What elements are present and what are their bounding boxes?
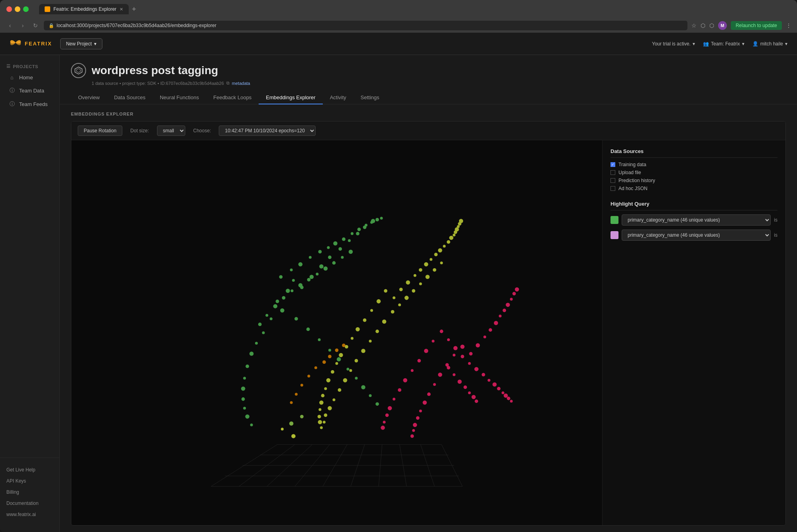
query-dropdown-2[interactable]: primary_category_name (46 unique values) (622, 230, 771, 241)
tab-neural-functions[interactable]: Neural Functions (153, 91, 206, 104)
maximize-button[interactable] (23, 6, 29, 12)
app-body: ☰ PROJECTS ⌂ Home ⓘ Team Data ⓘ Team Fee… (0, 55, 797, 532)
adhoc-json-checkbox[interactable] (611, 186, 615, 191)
svg-point-96 (434, 253, 438, 256)
query-color-swatch-1[interactable] (611, 216, 618, 224)
sidebar-section-label: ☰ PROJECTS (0, 61, 59, 71)
svg-point-80 (291, 434, 296, 438)
svg-point-199 (342, 344, 345, 347)
svg-point-144 (489, 328, 492, 332)
svg-point-50 (380, 217, 383, 220)
svg-point-94 (430, 258, 432, 261)
sidebar-api-keys[interactable]: API Keys (0, 475, 59, 487)
close-button[interactable] (6, 6, 12, 12)
tab-embeddings-explorer[interactable]: Embeddings Explorer (259, 91, 322, 104)
svg-point-81 (384, 289, 387, 293)
svg-point-100 (443, 245, 446, 247)
tab-close-icon[interactable]: ✕ (120, 7, 123, 12)
tab-settings[interactable]: Settings (353, 91, 387, 104)
svg-point-148 (499, 314, 502, 317)
new-tab-button[interactable]: + (132, 5, 136, 14)
menu-icon[interactable]: ⋮ (786, 22, 791, 29)
tab-feedback-loops[interactable]: Feedback Loops (206, 91, 259, 104)
browser-tab-active[interactable]: Featrix: Embeddings Explorer ✕ (39, 4, 129, 14)
svg-point-173 (440, 330, 444, 333)
svg-point-89 (355, 327, 360, 332)
team-selector[interactable]: 👥 Team: Featrix ▾ (703, 41, 744, 47)
svg-point-75 (341, 256, 344, 259)
svg-point-131 (343, 378, 347, 383)
svg-point-153 (416, 416, 420, 420)
svg-point-60 (342, 238, 345, 241)
highlight-query-section: Highlight Query primary_category_name (4… (611, 201, 777, 245)
project-icon (71, 63, 86, 78)
profile-icon[interactable]: ⬡ (709, 22, 714, 29)
svg-point-56 (309, 256, 312, 259)
svg-point-187 (457, 379, 462, 384)
sidebar-item-home[interactable]: ⌂ Home (2, 71, 57, 84)
svg-point-152 (506, 303, 510, 307)
svg-point-64 (371, 219, 375, 223)
svg-point-62 (357, 228, 361, 231)
data-sources-section: Data Sources Training data Upload file (611, 148, 777, 194)
choose-label: Choose: (193, 128, 211, 133)
tab-title: Featrix: Embeddings Explorer (53, 6, 116, 12)
lock-icon: 🔒 (49, 23, 54, 28)
query-dropdown-1[interactable]: primary_category_name (46 unique values) (622, 214, 771, 226)
trial-status[interactable]: Your trial is active. ▾ (652, 41, 695, 47)
back-button[interactable]: ‹ (6, 22, 14, 29)
sidebar-item-team-data[interactable]: ⓘ Team Data (2, 84, 57, 97)
sidebar-item-team-feeds[interactable]: ⓘ Team Feeds (2, 97, 57, 111)
star-icon[interactable]: ☆ (691, 22, 697, 29)
svg-point-48 (369, 394, 372, 397)
sidebar-documentation[interactable]: Documentation (0, 498, 59, 509)
svg-point-200 (290, 401, 293, 404)
svg-point-129 (355, 359, 358, 363)
svg-point-164 (474, 367, 479, 371)
sidebar-get-live-help[interactable]: Get Live Help (0, 464, 59, 475)
extension-icon[interactable]: ⬡ (701, 22, 705, 29)
user-avatar[interactable]: M (718, 21, 727, 30)
new-project-button[interactable]: New Project ▾ (60, 38, 103, 49)
upload-file-checkbox[interactable] (611, 170, 615, 175)
pause-rotation-button[interactable]: Pause Rotation (78, 126, 122, 136)
svg-point-26 (319, 264, 324, 269)
project-title-row: wordpress post tagging (71, 63, 786, 78)
forward-button[interactable]: › (18, 22, 27, 29)
training-data-label: Training data (618, 162, 646, 167)
dot-size-select[interactable]: small (157, 126, 185, 136)
relaunch-button[interactable]: Relaunch to update (731, 21, 782, 30)
right-panel: Data Sources Training data Upload file (602, 140, 785, 525)
tab-activity[interactable]: Activity (323, 91, 353, 104)
svg-point-55 (298, 262, 303, 267)
is-label-1: is (774, 217, 777, 223)
query-color-swatch-2[interactable] (611, 231, 618, 239)
highlight-query-row-1: primary_category_name (46 unique values)… (611, 214, 777, 226)
prediction-history-checkbox[interactable] (611, 178, 615, 183)
sidebar-website[interactable]: www.featrix.ai (0, 509, 59, 520)
user-menu[interactable]: 👤 mitch haile ▾ (752, 41, 787, 47)
svg-point-69 (291, 289, 293, 292)
minimize-button[interactable] (15, 6, 20, 12)
metadata-link[interactable]: metadata (232, 81, 250, 86)
svg-point-126 (375, 330, 379, 333)
training-data-checkbox[interactable] (611, 162, 615, 167)
tab-overview[interactable]: Overview (71, 91, 107, 104)
sidebar-item-label: Team Data (19, 88, 44, 94)
list-icon: ☰ (6, 64, 11, 69)
svg-point-186 (453, 373, 455, 376)
svg-point-43 (241, 397, 245, 401)
svg-point-47 (375, 218, 379, 222)
svg-point-150 (503, 309, 506, 312)
address-bar[interactable]: 🔒 localhost:3000/projects/6707ec6ba2b33c… (44, 21, 687, 30)
svg-point-181 (388, 406, 392, 410)
sidebar-billing[interactable]: Billing (0, 487, 59, 498)
svg-point-137 (460, 345, 465, 349)
tab-data-sources[interactable]: Data Sources (107, 91, 153, 104)
svg-point-121 (419, 283, 422, 285)
svg-point-195 (328, 355, 332, 358)
svg-point-74 (332, 261, 336, 265)
svg-point-37 (243, 377, 246, 379)
epoch-select[interactable]: 10:42:47 PM 10/10/2024 epochs=120 (219, 126, 316, 136)
reload-button[interactable]: ↻ (31, 22, 40, 29)
